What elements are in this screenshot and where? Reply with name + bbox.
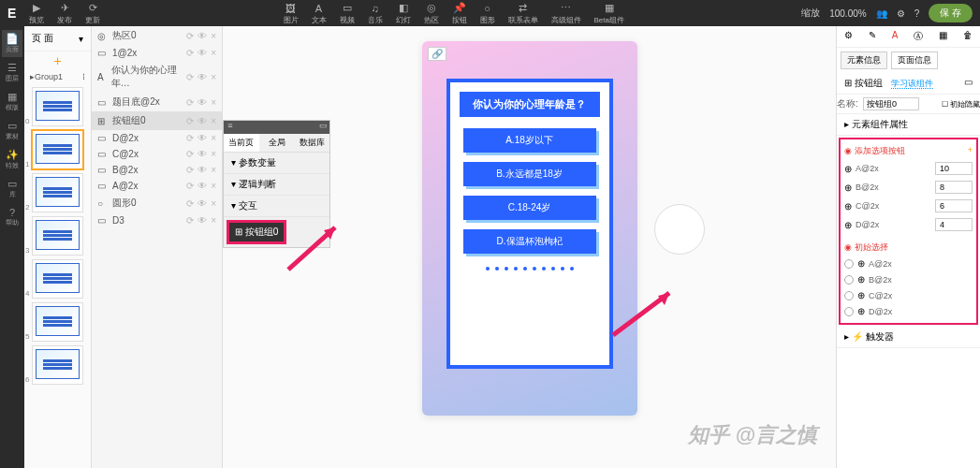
close-icon[interactable]: ×	[211, 72, 216, 82]
sidebar-item[interactable]: ▦模版	[2, 88, 22, 115]
text-icon[interactable]: A	[892, 30, 899, 43]
close-icon[interactable]: ×	[211, 215, 216, 226]
topbar-item[interactable]: A文本	[306, 2, 332, 25]
refresh-icon[interactable]: ⟳	[186, 31, 194, 41]
thumbnail[interactable]: 3	[32, 216, 83, 256]
save-button[interactable]: 保 存	[929, 4, 973, 22]
init-option-row[interactable]: ⊕D@2x	[844, 303, 973, 319]
edit-icon[interactable]: ✎	[869, 30, 876, 43]
layer-item[interactable]: ▭题目底@2x⟳👁×	[92, 93, 222, 111]
init-option-row[interactable]: ⊕C@2x	[844, 287, 973, 303]
eye-icon[interactable]: 👁	[197, 215, 207, 226]
close-icon[interactable]: ×	[211, 149, 216, 159]
option-value-input[interactable]	[935, 181, 973, 194]
eye-icon[interactable]: 👁	[197, 31, 207, 41]
layer-item[interactable]: ▭1@2x⟳👁×	[92, 45, 222, 61]
layer-item[interactable]: ◎热区0⟳👁×	[92, 26, 222, 45]
topbar-item[interactable]: ○图形	[475, 2, 501, 25]
close-icon[interactable]: ×	[211, 48, 216, 58]
close-icon[interactable]: ×	[211, 133, 216, 143]
topbar-item[interactable]: ⇄联系表单	[503, 2, 544, 25]
eye-icon[interactable]: 👁	[197, 165, 207, 175]
topbar-item[interactable]: ✈发布	[51, 2, 78, 25]
option-value-input[interactable]	[935, 162, 973, 175]
add-page-button[interactable]: +	[24, 51, 91, 70]
sidebar-item[interactable]: ✨特效	[2, 146, 22, 173]
topbar-item[interactable]: ▭视频	[334, 2, 360, 25]
refresh-icon[interactable]: ⟳	[186, 181, 194, 191]
float-row[interactable]: ▾ 交互	[224, 196, 329, 217]
help-icon[interactable]: ?	[914, 8, 920, 19]
float-tab[interactable]: 当前页	[224, 134, 259, 152]
layer-item[interactable]: ▭D@2x⟳👁×	[92, 130, 222, 146]
option-value-input[interactable]	[935, 218, 973, 231]
float-tab[interactable]: 全局	[259, 134, 295, 152]
thumbnail[interactable]: 1	[32, 130, 83, 169]
topbar-item[interactable]: 📌按钮	[446, 2, 473, 25]
layer-item[interactable]: ▭D3⟳👁×	[92, 212, 222, 228]
topbar-item[interactable]: ⋯高级组件	[546, 2, 587, 25]
close-icon[interactable]: ×	[211, 198, 216, 209]
init-option-row[interactable]: ⊕B@2x	[844, 271, 973, 287]
layer-item[interactable]: ▭A@2x⟳👁×	[92, 178, 222, 194]
sidebar-item[interactable]: ▭库	[2, 175, 22, 202]
layer-item[interactable]: ▭C@2x⟳👁×	[92, 146, 222, 162]
name-input[interactable]	[863, 97, 919, 110]
phone-option[interactable]: D.保温杯泡枸杞	[463, 229, 596, 254]
option-value-input[interactable]	[935, 199, 973, 212]
canvas-area[interactable]: ≡▭ 当前页全局数据库 ▾ 参数变量▾ 逻辑判断▾ 交互 ⊞ 按钮组0 🔗 你认…	[223, 26, 836, 468]
meta-section[interactable]: ▸ 元素组件属性	[837, 114, 980, 136]
float-tab[interactable]: 数据库	[294, 134, 329, 152]
layer-item[interactable]: ○圆形0⟳👁×	[92, 194, 222, 212]
thumbnail[interactable]: 5	[32, 302, 83, 342]
thumbnail[interactable]: 2	[32, 173, 83, 212]
init-option-row[interactable]: ⊕A@2x	[844, 256, 973, 271]
refresh-icon[interactable]: ⟳	[186, 48, 194, 58]
phone-option[interactable]: B.永远都是18岁	[463, 162, 596, 186]
menu-icon[interactable]: ≡	[224, 121, 237, 134]
float-row[interactable]: ▾ 参数变量	[224, 153, 329, 174]
refresh-icon[interactable]: ⟳	[186, 165, 194, 175]
tab-page-info[interactable]: 页面信息	[891, 51, 938, 69]
eye-icon[interactable]: 👁	[197, 198, 207, 209]
eye-icon[interactable]: 👁	[197, 149, 207, 159]
gear-icon[interactable]: ⚙	[844, 30, 853, 43]
topbar-item[interactable]: ♫音乐	[362, 2, 388, 25]
gear-icon[interactable]: ⚙	[897, 8, 905, 19]
layer-item[interactable]: ⊞按钮组0⟳👁×	[92, 111, 222, 130]
style-icon[interactable]: Ⓐ	[914, 30, 923, 43]
link-icon[interactable]: 🔗	[428, 47, 446, 61]
eye-icon[interactable]: 👁	[197, 48, 207, 58]
close-icon[interactable]: ×	[211, 31, 216, 41]
layers-icon[interactable]: ▦	[939, 30, 947, 43]
circle-shape[interactable]	[654, 204, 705, 255]
eye-icon[interactable]: 👁	[197, 97, 207, 108]
thumbnail[interactable]: 4	[32, 259, 83, 299]
refresh-icon[interactable]: ⟳	[186, 149, 194, 159]
thumb-group[interactable]: ▸ Group1⁞	[24, 70, 91, 83]
sidebar-item[interactable]: ☰图层	[2, 59, 22, 86]
topbar-item[interactable]: ▦Beta组件	[589, 2, 630, 25]
eye-icon[interactable]: 👁	[197, 116, 207, 126]
close-icon[interactable]: ×	[211, 116, 216, 126]
eye-icon[interactable]: 👁	[197, 72, 207, 82]
float-row[interactable]: ▾ 逻辑判断	[224, 174, 329, 196]
tab-element-info[interactable]: 元素信息	[841, 51, 887, 69]
thumbnail[interactable]: 0	[32, 87, 83, 126]
sidebar-item[interactable]: 📄页面	[2, 30, 22, 57]
thumbs-header[interactable]: 页 面 ▾	[24, 26, 91, 51]
refresh-icon[interactable]: ⟳	[186, 116, 194, 126]
phone-option[interactable]: A.18岁以下	[463, 128, 596, 153]
refresh-icon[interactable]: ⟳	[186, 133, 194, 143]
topbar-item[interactable]: ◧幻灯	[390, 2, 417, 25]
sidebar-item[interactable]: ?帮助	[2, 204, 22, 230]
topbar-item[interactable]: ⟳更新	[80, 2, 106, 25]
delete-icon[interactable]: 🗑	[963, 30, 973, 43]
refresh-icon[interactable]: ⟳	[186, 198, 194, 209]
eye-icon[interactable]: 👁	[197, 133, 207, 143]
layer-item[interactable]: A你认为你的心理年…⟳👁×	[92, 61, 222, 93]
topbar-item[interactable]: ▶预览	[23, 2, 50, 25]
phone-option[interactable]: C.18-24岁	[463, 196, 596, 220]
trigger-section[interactable]: ▸ ⚡ 触发器	[837, 327, 980, 348]
thumbnail[interactable]: 6	[32, 345, 83, 385]
